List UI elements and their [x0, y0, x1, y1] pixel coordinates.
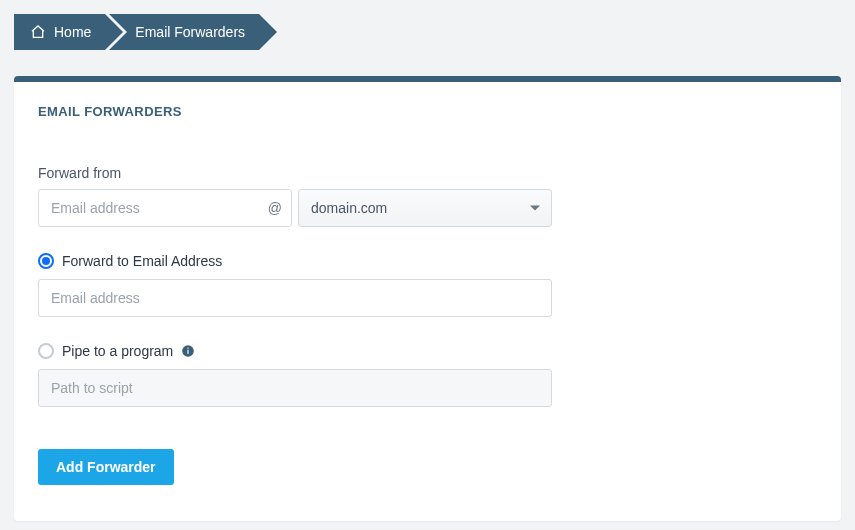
breadcrumb-home-label: Home: [54, 24, 91, 40]
svg-rect-2: [188, 348, 189, 349]
domain-select[interactable]: domain.com: [298, 189, 552, 227]
breadcrumb-current[interactable]: Email Forwarders: [109, 14, 259, 50]
domain-select-value: domain.com: [311, 200, 387, 216]
at-symbol: @: [268, 200, 282, 216]
pipe-script-input[interactable]: [38, 369, 552, 407]
panel-title: EMAIL FORWARDERS: [38, 104, 817, 119]
radio-pipe-to-program[interactable]: [38, 343, 54, 359]
svg-rect-1: [188, 350, 189, 354]
add-forwarder-button[interactable]: Add Forwarder: [38, 449, 174, 485]
breadcrumb: Home Email Forwarders: [0, 0, 855, 50]
radio-pipe-label[interactable]: Pipe to a program: [62, 343, 173, 359]
info-icon[interactable]: [181, 344, 195, 358]
breadcrumb-current-label: Email Forwarders: [135, 24, 245, 40]
home-icon: [30, 24, 46, 40]
forward-from-row: @ domain.com: [38, 189, 558, 227]
domain-select-wrap: domain.com: [298, 189, 552, 227]
email-forwarders-panel: EMAIL FORWARDERS Forward from @ domain.c…: [14, 76, 841, 521]
option-forward-row: Forward to Email Address: [38, 253, 558, 269]
radio-forward-label[interactable]: Forward to Email Address: [62, 253, 222, 269]
forward-to-email-input[interactable]: [38, 279, 552, 317]
breadcrumb-home[interactable]: Home: [14, 14, 105, 50]
radio-forward-to-email[interactable]: [38, 253, 54, 269]
email-local-input[interactable]: [38, 189, 292, 227]
forward-from-label: Forward from: [38, 165, 558, 181]
email-input-wrap: @: [38, 189, 292, 227]
chevron-down-icon: [530, 206, 540, 211]
option-pipe-row: Pipe to a program: [38, 343, 558, 359]
forwarder-form: Forward from @ domain.com Forward to Ema…: [38, 165, 558, 485]
